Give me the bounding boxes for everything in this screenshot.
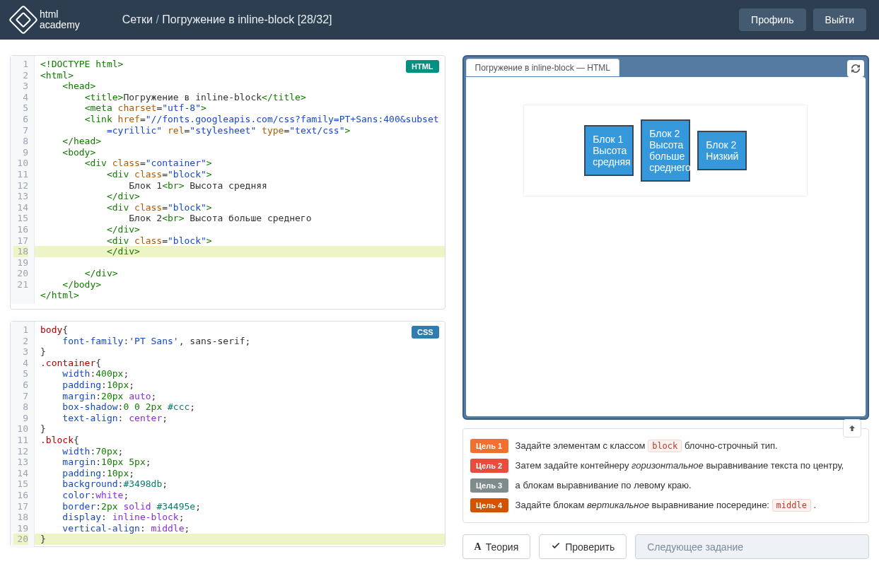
goals-collapse-icon[interactable]: [843, 419, 861, 437]
next-task-button[interactable]: Следующее задание: [635, 534, 869, 559]
breadcrumb-task: Погружение в inline-block [28/32]: [162, 13, 332, 25]
css-editor[interactable]: CSS 1234567891011121314151617181920 body…: [10, 321, 446, 547]
preview-block: Блок 1Высота средняя: [584, 125, 634, 176]
preview-column: Погружение в inline-block — HTML Блок 1В…: [462, 55, 869, 559]
goal-item: Цель 2Затем задайте контейнеру горизонта…: [470, 456, 861, 476]
app-header: html academy Сетки / Погружение в inline…: [0, 0, 879, 40]
goal-text: Задайте блокам вертикальное выравнивание…: [516, 498, 817, 512]
goal-text: Затем задайте контейнеру горизонтальное …: [516, 459, 844, 473]
html-code-body[interactable]: <!DOCTYPE html> <html> <head> <title>Пог…: [35, 56, 445, 304]
html-editor[interactable]: HTML 123456789101112131415161718192021 <…: [10, 55, 446, 310]
refresh-icon[interactable]: [847, 60, 864, 77]
check-label: Проверить: [565, 541, 615, 553]
preview-panel: Погружение в inline-block — HTML Блок 1В…: [462, 55, 869, 420]
logo-top: html: [40, 9, 80, 20]
goals-list: Цель 1Задайте элементам с классом block …: [470, 436, 861, 515]
pv-container: Блок 1Высота средняяБлок 2Высота больше …: [524, 105, 807, 196]
logo-icon: [8, 5, 38, 35]
breadcrumb-sep: /: [153, 13, 162, 25]
logo-text: html academy: [40, 9, 80, 31]
theory-button[interactable]: A Теория: [462, 534, 531, 559]
css-badge: CSS: [412, 326, 439, 339]
header-actions: Профиль Выйти: [739, 8, 866, 31]
html-code[interactable]: 123456789101112131415161718192021 <!DOCT…: [11, 56, 445, 304]
font-icon: A: [475, 541, 482, 553]
profile-button[interactable]: Профиль: [739, 8, 805, 31]
goal-text: Задайте элементам с классом block блочно…: [516, 439, 778, 453]
goal-item: Цель 3а блокам выравнивание по левому кр…: [470, 476, 861, 495]
editors-column: HTML 123456789101112131415161718192021 <…: [10, 55, 446, 559]
html-badge: HTML: [406, 60, 439, 73]
css-gutter: 1234567891011121314151617181920: [11, 322, 35, 548]
goal-item: Цель 4Задайте блокам вертикальное выравн…: [470, 495, 861, 515]
main-layout: HTML 123456789101112131415161718192021 <…: [0, 40, 879, 575]
check-button[interactable]: Проверить: [539, 534, 627, 559]
goal-badge: Цель 1: [470, 439, 508, 453]
preview-tab[interactable]: Погружение в inline-block — HTML: [466, 59, 619, 76]
goals-panel: Цель 1Задайте элементам с классом block …: [462, 428, 869, 523]
goal-item: Цель 1Задайте элементам с классом block …: [470, 436, 861, 456]
logo-bottom: academy: [40, 20, 80, 30]
css-code[interactable]: 1234567891011121314151617181920 body{ fo…: [11, 322, 445, 548]
css-code-body[interactable]: body{ font-family:'PT Sans', sans-serif;…: [35, 322, 445, 548]
goal-text: а блокам выравнивание по левому краю.: [516, 478, 692, 493]
goal-badge: Цель 2: [470, 459, 508, 473]
html-gutter: 123456789101112131415161718192021: [11, 56, 35, 304]
logo[interactable]: html academy: [13, 9, 80, 31]
preview-iframe: Блок 1Высота средняяБлок 2Высота больше …: [466, 77, 866, 416]
preview-block: Блок 2Низкий: [697, 131, 747, 170]
breadcrumb-course[interactable]: Сетки: [122, 13, 153, 25]
theory-label: Теория: [486, 541, 519, 553]
check-icon: [551, 541, 561, 553]
logout-button[interactable]: Выйти: [813, 8, 866, 31]
goal-badge: Цель 4: [470, 498, 508, 512]
breadcrumb: Сетки / Погружение в inline-block [28/32…: [122, 13, 332, 26]
preview-block: Блок 2Высота больше среднего: [641, 119, 690, 182]
action-bar: A Теория Проверить Следующее задание: [462, 534, 869, 559]
goal-badge: Цель 3: [470, 478, 508, 493]
